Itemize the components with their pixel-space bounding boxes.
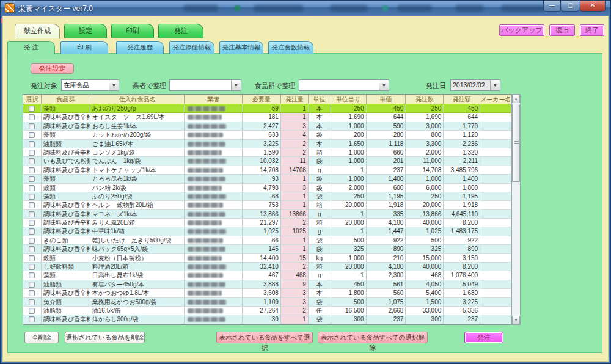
- chevron-down-icon[interactable]: ▼: [379, 80, 389, 90]
- row-checkbox[interactable]: [29, 290, 35, 296]
- order-amount-cell: 1,320: [444, 148, 480, 157]
- group-sort-select[interactable]: ▼: [299, 79, 389, 91]
- tab-order[interactable]: 発注: [158, 24, 203, 38]
- row-checkbox[interactable]: [29, 158, 35, 164]
- row-checkbox[interactable]: [29, 132, 35, 138]
- table-row[interactable]: 穀類 小麦粉（日本製粉） 14,400 15 kg 1,000 210 15,0…: [23, 254, 511, 263]
- required-qty-cell: 1,590: [243, 148, 281, 157]
- unit-cell: 本: [309, 113, 331, 122]
- unit-price-cell: 237: [367, 166, 406, 175]
- tab-menu-create[interactable]: 献立作成: [15, 24, 60, 38]
- order-count-cell: 468: [406, 271, 444, 280]
- scroll-up-icon[interactable]: ▲: [512, 95, 520, 103]
- table-row[interactable]: 藻類 あおのり250g/p 59 1 本 250 450 250 450: [23, 104, 511, 113]
- row-checkbox[interactable]: [29, 272, 35, 278]
- row-checkbox[interactable]: [29, 194, 35, 200]
- chevron-down-icon[interactable]: ▼: [109, 80, 119, 90]
- row-checkbox[interactable]: [29, 238, 35, 244]
- delete-all-button[interactable]: 全削除: [24, 332, 59, 343]
- unit-price-cell: 1,918: [367, 201, 406, 209]
- required-qty-cell: 66: [243, 236, 281, 245]
- table-row[interactable]: 油脂類 ごま油1.65k/本 3,225 2 本 1,650 1,118 3,3…: [23, 140, 511, 148]
- chevron-down-icon[interactable]: ▼: [231, 80, 241, 90]
- row-checkbox[interactable]: [29, 264, 35, 270]
- order-target-select[interactable]: 在庫食品 ▼: [61, 79, 119, 91]
- table-row[interactable]: 藻類 ふのり250g/袋 68 1 袋 250 1,195 250 1,195: [23, 192, 511, 201]
- row-checkbox[interactable]: [29, 167, 35, 173]
- row-checkbox[interactable]: [29, 141, 35, 147]
- scroll-down-icon[interactable]: ▼: [512, 316, 520, 324]
- order-date-select[interactable]: 2013/02/02 ▼: [450, 79, 500, 91]
- deselect-all-visible-button[interactable]: 表示されている食品すべての選択解除: [318, 332, 428, 343]
- maximize-button[interactable]: ▢: [562, 1, 579, 12]
- row-checkbox[interactable]: [29, 211, 35, 217]
- row-checkbox[interactable]: [29, 114, 35, 120]
- delete-selected-button[interactable]: 選択されている食品を削除: [65, 332, 145, 343]
- table-row[interactable]: 藻類 カットわかめ200g/袋 633 4 袋 200 280 800 1,12…: [23, 131, 511, 139]
- row-checkbox[interactable]: [29, 246, 35, 252]
- food-group-cell: 藻類: [42, 175, 90, 183]
- row-checkbox[interactable]: [29, 228, 35, 235]
- subtab-order[interactable]: 発 注: [7, 41, 55, 54]
- minimize-button[interactable]: —: [543, 1, 561, 12]
- row-checkbox[interactable]: [29, 106, 35, 112]
- table-row[interactable]: 藻類 とろろ昆布1k/袋 93 1 袋 1,000 1,400 1,000 1,…: [23, 175, 511, 183]
- row-checkbox[interactable]: [29, 150, 35, 156]
- table-row[interactable]: 調味料及び香辛料類 味パック65g×5入/袋 145 1 袋 325 890 3…: [23, 245, 511, 253]
- tab-settings[interactable]: 設定: [64, 24, 107, 38]
- row-checkbox[interactable]: [29, 316, 35, 322]
- table-row[interactable]: いも及びでん粉類 でんぷん 1kg/袋 10,032 11 袋 1,000 20…: [23, 157, 511, 166]
- table-row[interactable]: 調味料及び香辛料類 みりん風20L/箱 21,297 2 箱 20,000 4,…: [23, 219, 511, 227]
- scrollbar-thumb[interactable]: [512, 104, 520, 182]
- table-row[interactable]: きのこ類 乾)しいたけ 足きり500g/袋 66 1 袋 500 922 500…: [23, 236, 511, 245]
- table-row[interactable]: 魚介類 業務用花かつお500g/袋 1,109 3 袋 500 1,075 1,…: [23, 298, 511, 307]
- table-row[interactable]: 調味料及び香辛料類 トマトケチャップ1k/本 14,708 14708 g 1 …: [23, 166, 511, 175]
- subtab-order-history[interactable]: 発注履歴: [116, 41, 164, 54]
- row-checkbox[interactable]: [29, 176, 35, 182]
- row-checkbox[interactable]: [29, 123, 35, 129]
- chevron-down-icon[interactable]: ▼: [490, 80, 500, 90]
- table-row[interactable]: 油脂類 油16.5k/缶 27,264 2 缶 16,500 2,668 33,…: [23, 307, 511, 315]
- subtab-order-basic-info[interactable]: 発注基本情報: [219, 41, 263, 54]
- row-checkbox[interactable]: [29, 308, 35, 314]
- row-checkbox[interactable]: [29, 255, 35, 261]
- select-cell: [23, 104, 42, 113]
- backup-button[interactable]: バックアップ: [499, 24, 544, 36]
- table-row[interactable]: 調味料及び香辛料類 洋からし300g/袋 39 1 袋 300 237 300 …: [23, 315, 511, 324]
- table-row[interactable]: 調味料及び香辛料類 オイスターソース1.69L/本 181 1 本 1,690 …: [23, 113, 511, 122]
- table-row[interactable]: し好飲料類 料理酒20L/箱 32,410 2 箱 20,000 4,100 4…: [23, 263, 511, 271]
- table-row[interactable]: 藻類 日高出し昆布1k/袋 467 468 g 1 2,300 468 1,07…: [23, 271, 511, 280]
- table-row[interactable]: 油脂類 有塩バター450g/本 3,888 9 本 450 561 4,050 …: [23, 280, 511, 289]
- subtab-order-servings-info[interactable]: 発注食数情報: [268, 41, 313, 54]
- restore-button[interactable]: 復旧: [549, 24, 575, 36]
- row-checkbox[interactable]: [29, 282, 35, 288]
- table-row[interactable]: 調味料及び香辛料類 本かつおつゆ1.8L/本 3,608 3 本 1,800 5…: [23, 289, 511, 297]
- subtab-print[interactable]: 印 刷: [60, 41, 108, 54]
- table-row[interactable]: 穀類 パン粉 2k/袋 4,798 3 袋 2,000 600 6,000 1,…: [23, 184, 511, 192]
- place-order-button[interactable]: 発注: [464, 332, 503, 343]
- tab-print[interactable]: 印刷: [111, 24, 154, 38]
- row-checkbox[interactable]: [29, 299, 35, 305]
- order-settings-button[interactable]: 発注設定: [31, 63, 74, 74]
- redacted-vendor: [188, 194, 227, 199]
- table-row[interactable]: 調味料及び香辛料類 おろし生姜1k/本 2,427 3 本 1,000 590 …: [23, 122, 511, 131]
- title-bar[interactable]: 栄養マイスター ver7.0 — ▢ ✕: [1, 1, 610, 16]
- row-checkbox[interactable]: [29, 185, 35, 191]
- row-checkbox[interactable]: [29, 220, 35, 226]
- select-all-visible-button[interactable]: 表示されている食品をすべて選択: [216, 332, 313, 343]
- row-checkbox[interactable]: [29, 202, 35, 208]
- table-row[interactable]: 調味料及び香辛料類 ヘルシー穀物酢20L/箱 753 1 箱 20,000 1,…: [23, 201, 511, 209]
- exit-button[interactable]: 終了: [580, 24, 604, 36]
- order-qty-cell: 9: [281, 280, 309, 289]
- per-unit-cell: 500: [331, 298, 367, 307]
- table-row[interactable]: 調味料及び香辛料類 マヨネーズ1k/本 13,866 13866 g 1 335…: [23, 210, 511, 219]
- required-qty-cell: 1,109: [243, 298, 281, 307]
- vendor-sort-select[interactable]: ▼: [169, 79, 241, 91]
- censored-titlebar-content: [331, 5, 367, 12]
- table-scrollbar[interactable]: ▲ ▼: [511, 94, 521, 325]
- app-logo-icon: [5, 3, 15, 13]
- table-row[interactable]: 調味料及び香辛料類 中華味1k/箱 1,025 1025 g 1 1,447 1…: [23, 227, 511, 236]
- close-button[interactable]: ✕: [580, 1, 606, 12]
- table-row[interactable]: 調味料及び香辛料類 コンソメ1kg/袋 1,590 2 箱 1,000 660 …: [23, 148, 511, 157]
- subtab-order-cost-info[interactable]: 発注原価情報: [169, 41, 214, 54]
